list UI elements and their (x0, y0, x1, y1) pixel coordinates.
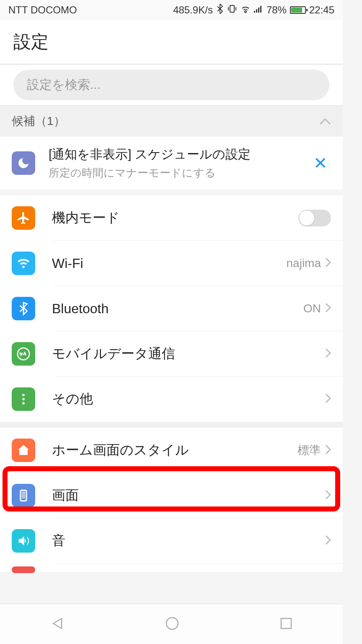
carrier-label: NTT DOCOMO (8, 4, 77, 16)
airplane-icon (12, 206, 35, 230)
recent-button[interactable] (279, 616, 294, 633)
chevron-up-icon (319, 114, 331, 128)
section-gap (0, 422, 343, 428)
home-style-label: ホーム画面のスタイル (52, 441, 297, 460)
row-sound[interactable]: 音 (0, 518, 343, 564)
clock: 22:45 (309, 4, 334, 16)
bluetooth-value: ON (303, 302, 321, 315)
partial-icon (12, 566, 35, 573)
svg-rect-4 (260, 6, 261, 13)
svg-point-7 (22, 398, 25, 400)
display-icon (12, 484, 35, 507)
chevron-right-icon (325, 348, 331, 360)
svg-point-11 (166, 618, 178, 629)
suggestions-header[interactable]: 候補（1） (0, 106, 343, 137)
suggestion-title: [通知を非表示] スケジュールの設定 (49, 146, 310, 163)
airplane-label: 機内モード (52, 209, 298, 227)
home-button[interactable] (164, 615, 181, 634)
chevron-right-icon (325, 303, 331, 314)
network-speed: 485.9K/s (173, 4, 213, 16)
row-other[interactable]: その他 (0, 377, 343, 422)
svg-rect-3 (258, 8, 259, 13)
moon-icon (12, 151, 35, 175)
svg-point-6 (22, 394, 25, 396)
svg-rect-2 (256, 9, 257, 13)
display-label: 画面 (52, 486, 325, 505)
bluetooth-icon (216, 4, 224, 16)
back-button[interactable] (49, 615, 66, 634)
wifi-icon (240, 4, 251, 16)
wifi-row-icon (12, 252, 35, 275)
chevron-right-icon (325, 444, 331, 456)
row-bluetooth[interactable]: Bluetooth ON (0, 286, 343, 331)
chevron-right-icon (325, 535, 331, 547)
more-icon (12, 387, 35, 411)
sound-label: 音 (52, 532, 325, 550)
search-input[interactable]: 設定を検索... (13, 70, 329, 100)
other-label: その他 (52, 390, 325, 408)
svg-rect-12 (281, 618, 291, 628)
svg-rect-1 (254, 11, 255, 13)
svg-point-8 (22, 402, 25, 405)
chevron-right-icon (325, 257, 331, 269)
home-style-value: 標準 (297, 442, 321, 458)
suggestions-header-label: 候補（1） (12, 113, 65, 129)
suggestion-text: [通知を非表示] スケジュールの設定 所定の時間にマナーモードにする (49, 146, 310, 180)
battery-icon (290, 6, 306, 14)
bluetooth-label: Bluetooth (52, 301, 303, 317)
battery-pct: 78% (266, 4, 287, 16)
row-wifi[interactable]: Wi-Fi najima (0, 241, 343, 286)
svg-rect-10 (22, 491, 26, 499)
chevron-right-icon (325, 393, 331, 405)
row-display[interactable]: 画面 (0, 473, 343, 518)
wifi-label: Wi-Fi (52, 256, 287, 271)
nav-bar (0, 604, 343, 644)
sound-icon (12, 529, 35, 553)
signal-icon (254, 4, 263, 16)
row-partial[interactable] (0, 564, 343, 572)
bluetooth-row-icon (12, 297, 35, 320)
status-bar: NTT DOCOMO 485.9K/s 78% 22:45 (0, 0, 343, 20)
status-right: 485.9K/s 78% 22:45 (173, 4, 334, 16)
row-airplane[interactable]: 機内モード (0, 195, 343, 241)
page-title: 設定 (13, 30, 329, 54)
page-header: 設定 (0, 20, 343, 65)
settings-group-device: ホーム画面のスタイル 標準 画面 音 (0, 428, 343, 572)
vibrate-icon (227, 4, 237, 16)
wifi-value: najima (287, 257, 321, 270)
svg-rect-0 (230, 5, 234, 12)
mobile-data-icon (12, 342, 35, 366)
settings-group-network: 機内モード Wi-Fi najima Bluetooth ON モバイルデータ通… (0, 195, 343, 422)
search-container: 設定を検索... (0, 65, 343, 106)
mobile-data-label: モバイルデータ通信 (52, 345, 325, 363)
home-icon (12, 439, 35, 462)
close-icon[interactable]: ✕ (310, 153, 331, 173)
row-home-style[interactable]: ホーム画面のスタイル 標準 (0, 428, 343, 473)
chevron-right-icon (325, 490, 331, 501)
suggestion-item[interactable]: [通知を非表示] スケジュールの設定 所定の時間にマナーモードにする ✕ (0, 137, 343, 190)
row-mobile-data[interactable]: モバイルデータ通信 (0, 331, 343, 377)
airplane-toggle[interactable] (298, 210, 331, 226)
suggestion-subtitle: 所定の時間にマナーモードにする (49, 166, 310, 180)
